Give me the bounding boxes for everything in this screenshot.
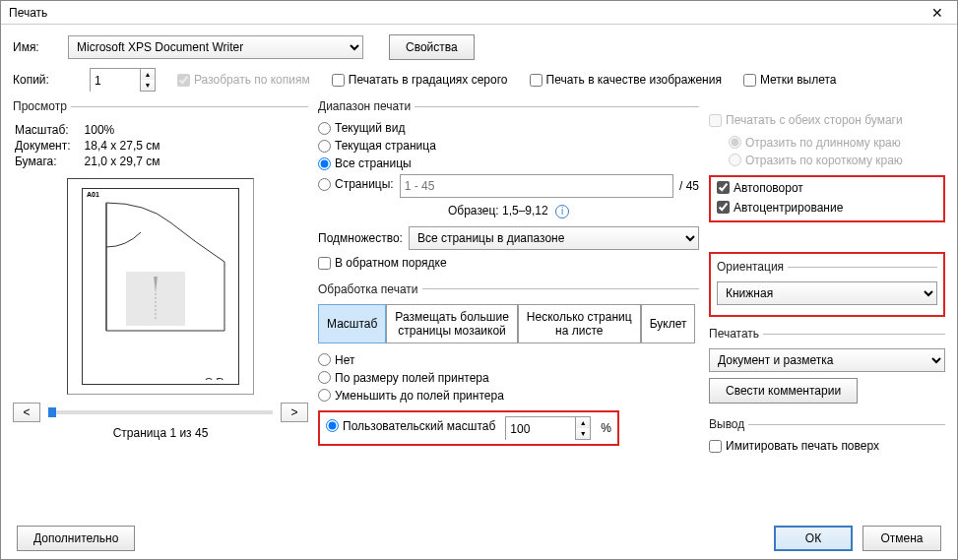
scale-custom-radio[interactable]: Пользовательский масштаб xyxy=(326,419,495,433)
percent-label: % xyxy=(601,421,611,435)
handling-legend: Обработка печати xyxy=(318,282,422,296)
output-legend: Вывод xyxy=(709,417,748,431)
ok-button[interactable]: ОК xyxy=(774,526,853,551)
simulate-overprint-checkbox[interactable]: Имитировать печать поверх xyxy=(709,439,879,453)
pages-total: / 45 xyxy=(679,179,699,193)
print-as-image-checkbox[interactable]: Печать в качестве изображения xyxy=(530,73,722,87)
range-current-page-radio[interactable]: Текущая страница xyxy=(318,139,436,153)
collate-checkbox: Разобрать по копиям xyxy=(177,73,310,87)
spin-up-icon[interactable]: ▲ xyxy=(576,417,590,428)
custom-scale-spinner[interactable]: ▲▼ xyxy=(505,416,591,440)
preview-group: Просмотр Масштаб:100% Документ:18,4 x 27… xyxy=(13,99,308,444)
dialog-footer: Дополнительно ОК Отмена xyxy=(13,519,945,551)
grayscale-checkbox[interactable]: Печатать в градациях серого xyxy=(332,73,508,87)
duplex-checkbox: Печатать с обеих сторон бумаги xyxy=(709,113,903,127)
subset-label: Подмножество: xyxy=(318,231,403,245)
window-title: Печать xyxy=(5,6,922,20)
dialog-content: Имя: Microsoft XPS Document Writer Свойс… xyxy=(1,25,957,559)
preview-legend: Просмотр xyxy=(13,99,71,113)
custom-scale-input[interactable] xyxy=(506,417,575,441)
preview-area: A01 S B xyxy=(67,178,254,395)
spin-down-icon[interactable]: ▼ xyxy=(141,80,155,91)
page-indicator: Страница 1 из 45 xyxy=(13,426,308,440)
range-current-view-radio[interactable]: Текущий вид xyxy=(318,121,405,135)
printer-select[interactable]: Microsoft XPS Document Writer xyxy=(68,35,363,59)
range-pages-radio[interactable]: Страницы: xyxy=(318,177,394,191)
preview-nav: < > xyxy=(13,403,308,422)
copies-input[interactable] xyxy=(91,69,140,93)
output-group: Вывод Имитировать печать поверх xyxy=(709,417,945,460)
pages-input[interactable] xyxy=(400,174,673,198)
print-what-select[interactable]: Документ и разметка xyxy=(709,348,945,372)
print-what-group: Печатать Документ и разметка Свести комм… xyxy=(709,327,945,407)
scale-none-radio[interactable]: Нет xyxy=(318,353,354,367)
range-legend: Диапазон печати xyxy=(318,99,415,113)
printer-name-label: Имя: xyxy=(13,40,68,54)
copies-label: Копий: xyxy=(13,73,68,87)
subset-select[interactable]: Все страницы в диапазоне xyxy=(409,226,699,250)
range-all-pages-radio[interactable]: Все страницы xyxy=(318,156,412,170)
reverse-order-checkbox[interactable]: В обратном порядке xyxy=(318,256,447,270)
preview-info-table: Масштаб:100% Документ:18,4 x 27,5 см Бум… xyxy=(13,121,162,170)
flip-short-radio: Отразить по короткому краю xyxy=(729,154,903,167)
close-icon[interactable]: ✕ xyxy=(922,5,953,21)
autocenter-checkbox[interactable]: Автоцентрирование xyxy=(717,201,843,215)
preview-page: A01 S B xyxy=(82,188,239,385)
copies-spinner[interactable]: ▲▼ xyxy=(90,68,156,92)
custom-scale-highlight: Пользовательский масштаб ▲▼ % xyxy=(318,410,619,446)
print-dialog: Печать ✕ Имя: Microsoft XPS Document Wri… xyxy=(0,0,958,560)
tab-multiple[interactable]: Несколько страниц на листе xyxy=(518,304,641,343)
svg-text:S  B: S B xyxy=(205,375,224,380)
prev-page-button[interactable]: < xyxy=(13,403,40,422)
pattern-preview-icon: S B xyxy=(87,193,234,380)
properties-button[interactable]: Свойства xyxy=(389,34,475,60)
orientation-legend: Ориентация xyxy=(717,260,788,274)
scale-shrink-radio[interactable]: Уменьшить до полей принтера xyxy=(318,389,504,403)
summarize-comments-button[interactable]: Свести комментарии xyxy=(709,378,858,404)
autorotate-checkbox[interactable]: Автоповорот xyxy=(717,181,803,195)
page-slider[interactable] xyxy=(48,410,273,414)
next-page-button[interactable]: > xyxy=(281,403,308,422)
bleed-marks-checkbox[interactable]: Метки вылета xyxy=(743,73,837,87)
pages-sample-label: Образец: 1,5–9,12 xyxy=(448,204,548,218)
scale-fit-radio[interactable]: По размеру полей принтера xyxy=(318,371,489,385)
cancel-button[interactable]: Отмена xyxy=(862,526,941,551)
spin-up-icon[interactable]: ▲ xyxy=(141,69,155,80)
print-range-group: Диапазон печати Текущий вид Текущая стра… xyxy=(318,99,699,277)
tab-booklet[interactable]: Буклет xyxy=(641,304,696,343)
print-what-legend: Печатать xyxy=(709,327,763,341)
advanced-button[interactable]: Дополнительно xyxy=(17,526,135,551)
info-icon[interactable]: i xyxy=(555,205,569,218)
titlebar: Печать ✕ xyxy=(1,1,957,25)
print-handling-group: Обработка печати Масштаб Размещать больш… xyxy=(318,282,699,450)
tab-tile[interactable]: Размещать большие страницы мозаикой xyxy=(386,304,517,343)
orientation-highlight: Ориентация Книжная xyxy=(709,252,945,317)
spin-down-icon[interactable]: ▼ xyxy=(576,428,590,439)
orientation-select[interactable]: Книжная xyxy=(717,281,937,305)
tab-scale[interactable]: Масштаб xyxy=(318,304,386,343)
autorotate-highlight: Автоповорот Автоцентрирование xyxy=(709,175,945,223)
flip-long-radio: Отразить по длинному краю xyxy=(729,136,901,150)
orientation-group: Ориентация Книжная xyxy=(717,260,937,309)
